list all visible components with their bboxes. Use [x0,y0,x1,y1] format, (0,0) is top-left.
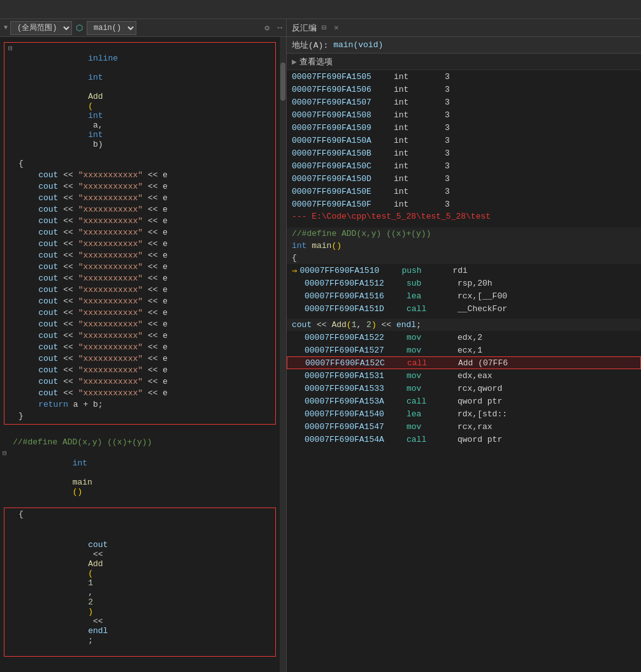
code-line-main-brace: { [6,509,274,521]
collapse-line-icon[interactable]: ⊟ [8,44,18,52]
table-row: 00007FF690FA150E int 3 [287,185,641,198]
function-block: ⊟ inline int Add ( int a, int b) [4,42,276,425]
disasm-title: 反汇编 [292,22,317,34]
table-row: 00007FF690FA1505 int 3 [287,70,641,83]
code-line-blank [0,426,280,437]
list-item: cout << "xxxxxxxxxxx" << e [6,170,274,182]
code-line-open-brace: { [6,159,274,170]
list-item: cout << "xxxxxxxxxxx" << e [6,239,274,251]
disasm-instr-call3: 00007FF690FA154A call qword ptr [287,433,641,446]
table-row: 00007FF690FA1507 int 3 [287,96,641,108]
code-line-main-cout: cout << Add ( 1 , 2 ) << endl ; [6,521,274,655]
disasm-instr-mov-edx: 00007FF690FA1522 mov edx,2 [287,331,641,344]
list-item: cout << "xxxxxxxxxxx" << e [6,331,274,342]
disasm-code-define: //#define ADD(x,y) ((x)+(y)) [287,228,641,240]
disasm-content[interactable]: 00007FF690FA1505 int 3 00007FF690FA1506 … [287,70,641,672]
editor-scrollbar[interactable] [280,37,286,672]
list-item: cout << "xxxxxxxxxxx" << e [6,251,274,262]
disasm-code-main: int main() [287,240,641,252]
disasm-instr-sub: 00007FF690FA1512 sub rsp,20h [287,277,641,289]
list-item: cout << "xxxxxxxxxxx" << e [6,182,274,193]
list-item: cout << "xxxxxxxxxxx" << e [6,228,274,239]
disasm-address-bar: 地址(A): main(void) [287,37,641,54]
code-line-return: return a + b; [6,400,274,411]
list-item: cout << "xxxxxxxxxxx" << e [6,193,274,205]
list-item: cout << "xxxxxxxxxxx" << e [6,354,274,365]
table-row: 00007FF690FA150B int 3 [287,147,641,159]
disasm-instr-lea: 00007FF690FA1516 lea rcx,[__F00 [287,289,641,302]
list-item: cout << "xxxxxxxxxxx" << e [6,216,274,228]
list-item: cout << "xxxxxxxxxxx" << e [6,319,274,331]
disasm-instr-mov-ecx: 00007FF690FA1527 mov ecx,1 [287,344,641,356]
collapse-arrow-icon[interactable]: ▼ [4,24,8,31]
editor-toolbar: ▼ (全局范围) ⬡ main() ⚙ ↔ [0,19,286,37]
close-icon[interactable]: ✕ [334,23,338,33]
list-item: cout << "xxxxxxxxxxx" << e [6,262,274,274]
scrollbar-thumb[interactable] [280,62,285,101]
disasm-instr-push: ⇒ 00007FF690FA1510 push rdi [287,264,641,277]
expand-icon[interactable]: ↔ [277,23,282,33]
code-line-header: ⊟ inline int Add ( int a, int b) [6,44,274,159]
table-row: 00007FF690FA150D int 3 [287,172,641,185]
top-bar [0,0,641,19]
table-row: 00007FF690FA1509 int 3 [287,121,641,134]
list-item: cout << "xxxxxxxxxxx" << e [6,388,274,400]
editor-body: ⊟ inline int Add ( int a, int b) [0,37,286,672]
table-row: 00007FF690FA150C int 3 [287,159,641,172]
main-area: ▼ (全局范围) ⬡ main() ⚙ ↔ ⊟ inline [0,19,641,672]
disasm-instr-call2: 00007FF690FA153A call qword ptr [287,395,641,407]
list-item: cout << "xxxxxxxxxxx" << e [6,274,274,285]
editor-content[interactable]: ⊟ inline int Add ( int a, int b) [0,37,280,672]
scope-icon: ⬡ [76,23,83,33]
options-label[interactable]: 查看选项 [299,56,333,68]
expand-options-icon[interactable]: ▶ [292,57,297,67]
table-row: 00007FF690FA1506 int 3 [287,83,641,96]
list-item: cout << "xxxxxxxxxxx" << e [6,377,274,388]
table-row: 00007FF690FA1508 int 3 [287,108,641,121]
code-line-macro: //#define ADD(x,y) ((x)+(y)) [0,437,280,449]
main-block: { cout << Add ( 1 , 2 [4,508,276,657]
left-panel: ▼ (全局范围) ⬡ main() ⚙ ↔ ⊟ inline [0,19,287,672]
scope-dropdown[interactable]: (全局范围) [10,21,72,35]
code-line-close-brace: } [6,411,274,423]
disasm-instr-mov-rcx: 00007FF690FA1533 mov rcx,qword [287,382,641,395]
pin-icon[interactable]: ⊟ [322,23,326,33]
disasm-instr-call-check: 00007FF690FA151D call __CheckFor [287,302,641,315]
code-line-main-def: ⊟ int main () [0,449,280,506]
disasm-instr-lea2: 00007FF690FA1540 lea rdx,[std:: [287,407,641,420]
current-line-arrow: ⇒ [292,265,297,276]
list-item: cout << "xxxxxxxxxxx" << e [6,285,274,296]
disasm-code-brace: { [287,252,641,264]
list-item: cout << "xxxxxxxxxxx" << e [6,365,274,377]
function-dropdown[interactable]: main() [87,21,136,35]
disasm-table-top: 00007FF690FA1505 int 3 00007FF690FA1506 … [287,70,641,210]
disasm-options-bar: ▶ 查看选项 [287,54,641,70]
disasm-header: 反汇编 ⊟ ✕ [287,19,641,37]
list-item: cout << "xxxxxxxxxxx" << e [6,308,274,319]
table-row: 00007FF690FA150A int 3 [287,134,641,147]
list-item: cout << "xxxxxxxxxxx" << e [6,342,274,354]
disasm-instr-mov-edxeax: 00007FF690FA1531 mov edx,eax [287,369,641,382]
disasm-file-comment: --- E:\Code\cpp\test_5_28\test_5_28\test [287,210,641,223]
right-panel: 反汇编 ⊟ ✕ 地址(A): main(void) ▶ 查看选项 00007FF… [287,19,641,672]
disasm-instr-call-add[interactable]: 00007FF690FA152C call Add (07FF6 [287,356,641,369]
disasm-code-cout: cout << Add(1, 2) << endl; [287,319,641,331]
address-value[interactable]: main(void) [333,40,383,50]
settings-icon[interactable]: ⚙ [264,23,270,33]
list-item: cout << "xxxxxxxxxxx" << e [6,205,274,216]
table-row: 00007FF690FA150F int 3 [287,198,641,210]
list-item: cout << "xxxxxxxxxxx" << e [6,296,274,308]
disasm-instr-mov-rax: 00007FF690FA1547 mov rcx,rax [287,420,641,433]
address-label: 地址(A): [292,40,328,51]
